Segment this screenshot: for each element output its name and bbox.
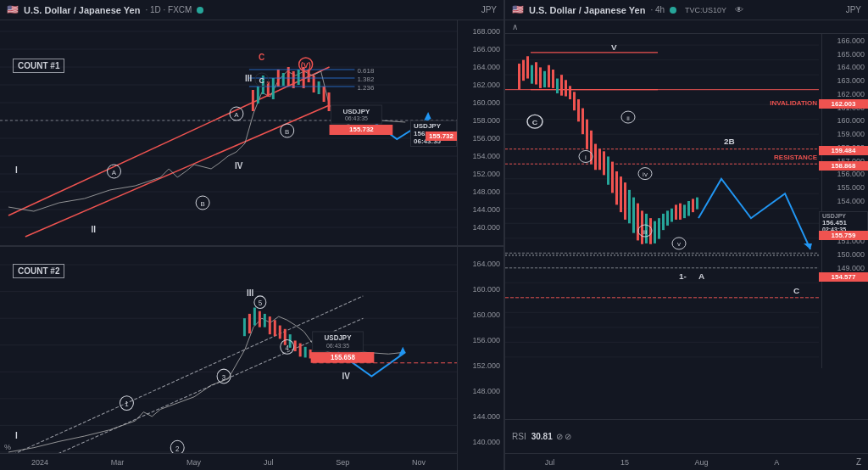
r-price-160: 160.000: [837, 116, 865, 125]
target2-price-tag: 154.577: [819, 272, 868, 282]
resistance-2b-price-tag: 159.484: [819, 146, 868, 155]
price-152: 152.000: [472, 170, 500, 178]
target-price-tag: 155.732: [426, 131, 457, 141]
svg-text:155.732: 155.732: [349, 126, 374, 133]
top-chart-svg: (V) C I II IV III A B A B 0: [0, 20, 457, 245]
right-currency: JPY: [846, 5, 861, 14]
price-154: 154.000: [472, 152, 500, 160]
flag-icon: 🇺🇸: [7, 4, 19, 15]
svg-text:II: II: [92, 225, 97, 234]
eye-icon: 👁: [735, 5, 743, 14]
r-price-150: 150.000: [837, 250, 865, 259]
svg-rect-146: [560, 75, 563, 96]
svg-text:1: 1: [125, 400, 129, 408]
svg-rect-159: [615, 171, 618, 204]
svg-text:(V): (V): [301, 61, 311, 70]
svg-rect-24: [298, 70, 300, 85]
left-chart-header: 🇺🇸 U.S. Dollar / Japanese Yen · 1D · FXC…: [0, 0, 504, 20]
svg-text:06:43:35: 06:43:35: [345, 115, 368, 121]
live-dot: [197, 7, 203, 14]
right-panel: 🇺🇸 U.S. Dollar / Japanese Yen · 4h TVC:U…: [505, 0, 868, 470]
price-164: 164.000: [472, 63, 500, 71]
svg-rect-161: [624, 182, 626, 220]
svg-text:C: C: [259, 76, 265, 85]
b-price-144: 148.000: [472, 387, 500, 395]
time-axis: 2024 Mar May Jul Sep Nov: [0, 453, 457, 470]
svg-rect-73: [248, 314, 251, 333]
svg-text:1-: 1-: [679, 272, 687, 281]
price-168: 168.000: [472, 27, 500, 36]
target1-price-tag: 155.759: [819, 231, 868, 240]
right-chart-title: U.S. Dollar / Japanese Yen: [529, 5, 645, 15]
svg-rect-163: [632, 198, 635, 233]
svg-text:I: I: [15, 431, 18, 440]
rsi-label: RSI: [512, 432, 526, 441]
r-time-aug: Aug: [695, 458, 709, 467]
invalidation-price-tag: 162.003: [819, 99, 868, 109]
svg-rect-144: [552, 70, 554, 88]
svg-rect-141: [539, 67, 542, 88]
r-price-165: 165.000: [837, 50, 865, 59]
svg-rect-178: [696, 198, 698, 210]
svg-rect-169: [658, 218, 660, 239]
svg-rect-155: [598, 149, 601, 171]
time-mar: Mar: [111, 458, 125, 467]
svg-rect-77: [269, 316, 271, 334]
r-price-164: 164.000: [837, 63, 865, 71]
svg-text:ii: ii: [626, 115, 630, 121]
top-price-axis: 168.000 166.000 164.000 162.000 160.000 …: [457, 20, 504, 245]
svg-rect-162: [628, 190, 631, 223]
expand-button[interactable]: ∧: [505, 20, 868, 34]
bottom-price-axis: 164.000 160.000 160.000 156.000 152.000 …: [457, 247, 504, 470]
price-140: 140.000: [472, 223, 500, 232]
svg-rect-137: [522, 60, 525, 81]
b-price-164: 164.000: [472, 260, 500, 268]
right-chart-header: 🇺🇸 U.S. Dollar / Japanese Yen · 4h TVC:U…: [505, 0, 868, 20]
r-time-15: 15: [620, 458, 629, 467]
svg-rect-74: [253, 308, 256, 326]
svg-rect-15: [252, 90, 254, 111]
svg-text:1.236: 1.236: [357, 84, 374, 92]
price-148: 148.000: [472, 187, 500, 196]
svg-line-70: [8, 296, 363, 456]
svg-rect-83: [299, 344, 302, 357]
svg-rect-177: [692, 199, 694, 212]
b-price-152: 156.000: [472, 336, 500, 344]
svg-text:A: A: [112, 169, 117, 176]
svg-rect-175: [683, 204, 686, 218]
svg-rect-143: [548, 65, 550, 87]
zoom-z[interactable]: Z: [856, 457, 861, 467]
b-price-160: 160.000: [472, 285, 500, 294]
r-time-a: A: [774, 458, 779, 467]
bottom-chart-svg: I 1 2 3 4 III 5 IV USDJPY 06:43:35: [0, 247, 457, 470]
r-price-159: 159.000: [837, 130, 865, 138]
svg-rect-152: [586, 120, 588, 149]
svg-rect-142: [543, 71, 546, 87]
r-price-156: 156.000: [837, 170, 865, 178]
price-144: 144.000: [472, 205, 500, 214]
svg-text:06:43:35: 06:43:35: [326, 343, 349, 350]
svg-text:III: III: [247, 288, 253, 298]
svg-rect-170: [662, 214, 665, 230]
svg-rect-19: [272, 78, 275, 99]
svg-text:i: i: [585, 154, 587, 160]
right-flag-icon: 🇺🇸: [512, 4, 524, 15]
wave-c-top: C: [259, 53, 264, 62]
svg-text:3: 3: [222, 374, 226, 382]
svg-rect-16: [257, 87, 259, 104]
svg-text:USDJPY: USDJPY: [343, 108, 371, 115]
right-broker: TVC:US10Y: [685, 6, 726, 14]
price-166: 166.000: [472, 45, 500, 53]
time-nov: Nov: [412, 458, 426, 467]
b-price-136: 140.000: [472, 438, 500, 446]
svg-text:B: B: [200, 200, 204, 208]
svg-rect-23: [292, 71, 295, 88]
bottom-chart: I 1 2 3 4 III 5 IV USDJPY 06:43:35: [0, 247, 504, 470]
price-162: 162.000: [472, 81, 500, 89]
svg-text:A: A: [698, 272, 704, 281]
svg-rect-136: [518, 64, 520, 90]
pct-label: %: [4, 443, 11, 451]
svg-rect-78: [274, 320, 276, 336]
svg-rect-21: [282, 73, 285, 86]
currency-label: JPY: [481, 5, 497, 14]
